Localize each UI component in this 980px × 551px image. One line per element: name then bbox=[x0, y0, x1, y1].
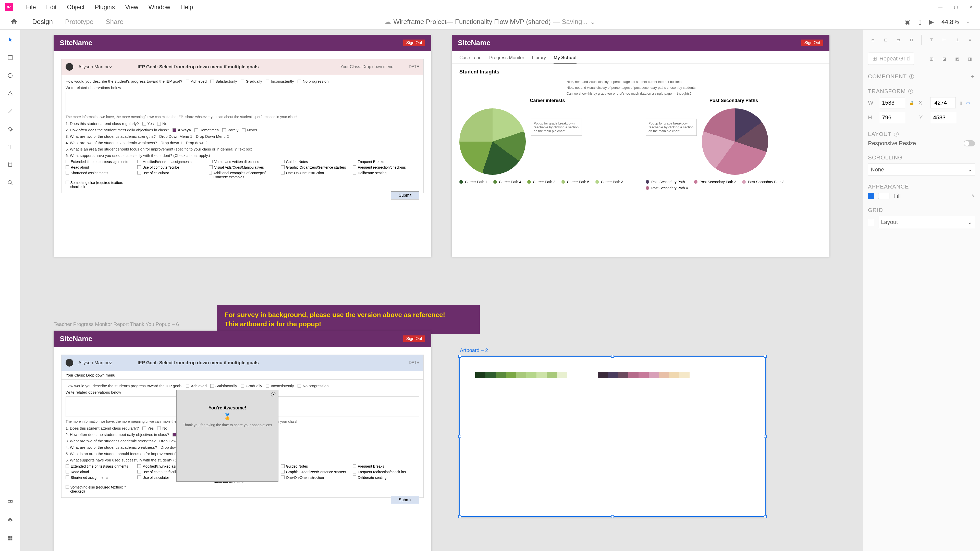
submit-button[interactable]: Submit bbox=[391, 496, 419, 504]
line-tool[interactable] bbox=[5, 106, 15, 116]
chevron-down-icon[interactable]: ⌄ bbox=[590, 18, 596, 26]
bool-sub-icon[interactable]: ◪ bbox=[939, 54, 950, 64]
ellipse-tool[interactable] bbox=[5, 70, 15, 81]
cloud-icon: ☁ bbox=[384, 18, 391, 26]
your-class-label: Your Class: Drop down menu bbox=[340, 65, 393, 69]
select-tool[interactable] bbox=[5, 35, 15, 45]
x-input[interactable] bbox=[930, 97, 956, 108]
svg-rect-9 bbox=[10, 500, 12, 502]
zoom-value[interactable]: 44.8% bbox=[942, 18, 959, 25]
doc-title: ☁ Wireframe Project— Functionality Flow … bbox=[384, 18, 596, 26]
artboard-survey[interactable]: SiteName Sign Out Allyson Martinez IEP G… bbox=[54, 35, 431, 257]
close-icon[interactable]: ✕ bbox=[967, 3, 975, 11]
submit-button[interactable]: Submit bbox=[391, 191, 419, 200]
tab-share[interactable]: Share bbox=[100, 18, 129, 26]
play-icon[interactable]: ▶ bbox=[929, 18, 934, 25]
pen-tool[interactable] bbox=[5, 124, 15, 134]
assets-icon[interactable] bbox=[5, 497, 15, 508]
y-input[interactable] bbox=[931, 112, 956, 123]
svg-rect-8 bbox=[8, 500, 10, 502]
align-top-icon[interactable]: ⊓ bbox=[907, 35, 916, 45]
align-bottom-icon[interactable]: ⊥ bbox=[952, 35, 962, 45]
distribute-icon[interactable]: ≡ bbox=[965, 35, 975, 45]
pie-chart-paths[interactable] bbox=[702, 108, 768, 175]
chevron-down-icon: ⌄ bbox=[967, 166, 972, 173]
popup-message: Thank you for taking the time to share y… bbox=[182, 423, 273, 427]
align-left-icon[interactable]: ⊏ bbox=[868, 35, 878, 45]
iep-goal: IEP Goal: Select from drop down menu if … bbox=[138, 64, 259, 70]
svg-rect-0 bbox=[8, 56, 12, 60]
observations-textarea[interactable] bbox=[65, 92, 419, 112]
repeat-grid-button[interactable]: ⊞Repeat Grid bbox=[868, 52, 914, 65]
sign-out-button[interactable]: Sign Out bbox=[403, 40, 425, 46]
bool-int-icon[interactable]: ◩ bbox=[952, 54, 962, 64]
eyedropper-icon[interactable]: ✎ bbox=[972, 194, 975, 198]
tab-myschool[interactable]: My School bbox=[554, 55, 576, 64]
minimize-icon[interactable]: — bbox=[937, 3, 944, 11]
grid-dropdown[interactable]: Layout⌄ bbox=[878, 216, 975, 228]
plugins-icon[interactable] bbox=[5, 533, 15, 543]
site-header: SiteName Sign Out bbox=[54, 35, 431, 51]
text-tool[interactable]: T bbox=[5, 142, 15, 152]
scrolling-dropdown[interactable]: None⌄ bbox=[868, 164, 975, 176]
align-center-h-icon[interactable]: ⊟ bbox=[881, 35, 891, 45]
date-label: DATE bbox=[409, 65, 419, 69]
menu-help[interactable]: Help bbox=[175, 3, 198, 11]
landscape-icon[interactable]: ▭ bbox=[966, 100, 970, 105]
tab-library[interactable]: Library bbox=[532, 55, 546, 64]
info-icon[interactable]: i bbox=[909, 74, 914, 79]
sign-out-button[interactable]: Sign Out bbox=[801, 40, 823, 46]
home-icon[interactable] bbox=[10, 18, 18, 26]
bool-add-icon[interactable]: ◫ bbox=[926, 54, 937, 64]
portrait-icon[interactable]: ▯ bbox=[960, 100, 962, 105]
layers-icon[interactable] bbox=[5, 515, 15, 526]
tab-prototype[interactable]: Prototype bbox=[59, 18, 100, 26]
canvas[interactable]: SiteName Sign Out Allyson Martinez IEP G… bbox=[21, 30, 862, 551]
info-icon[interactable]: i bbox=[894, 132, 899, 137]
width-input[interactable] bbox=[880, 97, 905, 108]
artboard-label[interactable]: Artboard – 2 bbox=[460, 348, 488, 353]
menu-window[interactable]: Window bbox=[143, 3, 175, 11]
pie-chart-careers[interactable] bbox=[460, 108, 526, 175]
y-label: Y bbox=[919, 114, 927, 121]
tab-progress[interactable]: Progress Monitor bbox=[489, 55, 524, 64]
menu-view[interactable]: View bbox=[120, 3, 143, 11]
lock-icon[interactable]: 🔒 bbox=[909, 100, 915, 105]
maximize-icon[interactable]: ▢ bbox=[952, 3, 959, 11]
height-input[interactable] bbox=[880, 112, 905, 123]
tab-design[interactable]: Design bbox=[26, 18, 59, 26]
zoom-tool[interactable] bbox=[5, 178, 15, 188]
artboard-tool[interactable] bbox=[5, 160, 15, 170]
bool-exc-icon[interactable]: ◨ bbox=[965, 54, 975, 64]
sign-out-button[interactable]: Sign Out bbox=[403, 335, 425, 342]
layout-label: LAYOUT bbox=[868, 131, 891, 138]
align-right-icon[interactable]: ⊐ bbox=[894, 35, 904, 45]
artboard-palette[interactable]: Artboard – 2 bbox=[460, 356, 765, 517]
award-icon: 🏅 bbox=[182, 413, 273, 421]
svg-line-7 bbox=[11, 183, 12, 185]
artboard-popup[interactable]: Teacher Progress Monitor Report Thank Yo… bbox=[54, 330, 431, 551]
device-icon[interactable]: ▯ bbox=[918, 18, 921, 25]
rectangle-tool[interactable] bbox=[5, 52, 15, 63]
tab-caseload[interactable]: Case Load bbox=[460, 55, 482, 64]
add-icon[interactable]: + bbox=[971, 73, 975, 80]
user-icon[interactable]: ◉ bbox=[904, 17, 911, 26]
fill-color-swatch[interactable] bbox=[878, 193, 889, 199]
responsive-toggle[interactable] bbox=[964, 140, 975, 146]
chevron-down-icon[interactable]: ⌄ bbox=[966, 19, 970, 24]
artboard-label[interactable]: Teacher Progress Monitor Report Thank Yo… bbox=[54, 321, 179, 327]
menu-object[interactable]: Object bbox=[62, 3, 89, 11]
polygon-tool[interactable] bbox=[5, 88, 15, 98]
note-text: Can we show this by grade too or that's … bbox=[566, 92, 822, 95]
align-middle-icon[interactable]: ⊢ bbox=[939, 35, 949, 45]
menu-plugins[interactable]: Plugins bbox=[89, 3, 120, 11]
menu-file[interactable]: File bbox=[21, 3, 41, 11]
menu-edit[interactable]: Edit bbox=[41, 3, 62, 11]
artboard-insights[interactable]: SiteNameSign Out Case Load Progress Moni… bbox=[452, 35, 829, 257]
info-icon[interactable]: i bbox=[908, 89, 913, 94]
align-top2-icon[interactable]: ⊤ bbox=[927, 35, 936, 45]
sub-header: Design Prototype Share ☁ Wireframe Proje… bbox=[0, 14, 980, 30]
fill-checkbox[interactable] bbox=[868, 193, 874, 199]
popup-close-button[interactable]: ✕ bbox=[271, 392, 276, 397]
grid-checkbox[interactable] bbox=[868, 219, 874, 225]
